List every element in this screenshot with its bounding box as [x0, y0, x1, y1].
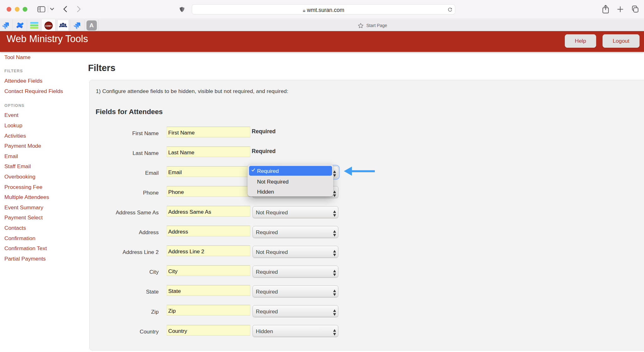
svg-text:CDM+: CDM+: [45, 24, 52, 27]
